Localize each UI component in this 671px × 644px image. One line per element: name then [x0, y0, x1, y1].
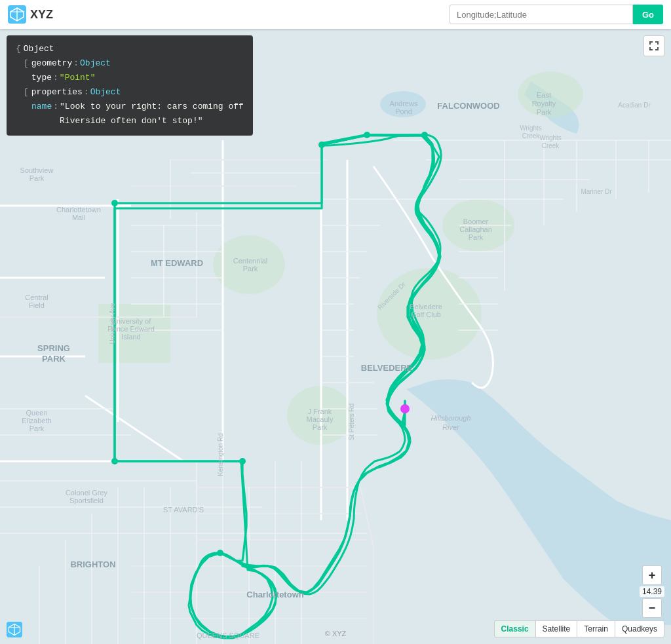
svg-point-89 [400, 404, 410, 413]
svg-text:River: River [442, 423, 460, 431]
svg-text:Creek: Creek [522, 132, 541, 140]
svg-text:Park: Park [29, 425, 45, 432]
fullscreen-button[interactable] [643, 35, 664, 56]
map-type-satellite[interactable]: Satellite [535, 620, 577, 637]
svg-text:Kensington Rd: Kensington Rd [217, 433, 224, 476]
svg-text:Royalty: Royalty [532, 100, 556, 107]
fullscreen-icon [649, 41, 659, 51]
svg-text:Centennial: Centennial [233, 257, 268, 265]
svg-text:Park: Park [537, 108, 552, 116]
zoom-in-button[interactable]: + [642, 565, 662, 585]
logo-cube-icon [8, 5, 26, 24]
svg-text:Charlottetown: Charlottetown [56, 206, 101, 214]
svg-text:Belvedere: Belvedere [410, 303, 442, 311]
svg-point-82 [364, 132, 370, 138]
svg-text:SPRING: SPRING [37, 343, 70, 353]
svg-text:Field: Field [29, 301, 45, 309]
svg-text:Central: Central [25, 294, 48, 301]
svg-text:Callaghan: Callaghan [459, 225, 492, 233]
svg-point-87 [239, 458, 246, 464]
map-type-quadkeys[interactable]: Quadkeys [615, 620, 664, 637]
svg-text:Island: Island [121, 333, 140, 341]
zoom-out-button[interactable]: − [642, 598, 662, 618]
svg-text:ST AVARD'S: ST AVARD'S [163, 506, 204, 514]
map-type-terrain[interactable]: Terrain [577, 620, 615, 637]
svg-text:Macauly: Macauly [307, 415, 334, 423]
svg-point-83 [421, 132, 428, 138]
svg-text:Colonel Grey: Colonel Grey [66, 489, 108, 497]
logo-bottom-left [7, 622, 22, 637]
go-button[interactable]: Go [633, 5, 663, 24]
info-panel: { Object [ geometry : Object type : "Poi… [7, 35, 253, 136]
svg-point-81 [318, 142, 325, 148]
svg-text:Mall: Mall [72, 214, 85, 221]
svg-text:Park: Park [29, 174, 45, 182]
map-container[interactable]: FALCONWOOD BELVEDERE MT EDWARD SPRING PA… [0, 29, 671, 644]
svg-text:Pond: Pond [395, 107, 412, 115]
svg-text:Boomer: Boomer [463, 218, 489, 225]
svg-text:Elizabeth: Elizabeth [22, 417, 51, 425]
svg-text:BELVEDERE: BELVEDERE [361, 363, 413, 373]
svg-text:Park: Park [469, 233, 484, 241]
svg-text:Golf Club: Golf Club [411, 311, 441, 318]
logo[interactable]: XYZ [8, 5, 53, 24]
svg-text:Queen: Queen [26, 409, 47, 417]
watermark: © XYZ [325, 630, 347, 637]
svg-text:Southview: Southview [20, 166, 54, 174]
svg-text:Sportsfield: Sportsfield [69, 497, 104, 504]
svg-point-88 [217, 550, 223, 556]
logo-text: XYZ [30, 8, 53, 22]
svg-point-84 [399, 421, 406, 428]
svg-text:University of: University of [111, 317, 151, 325]
zoom-controls: + 14.39 − [640, 565, 664, 618]
svg-text:Creek: Creek [542, 142, 560, 149]
svg-text:J Frank: J Frank [308, 407, 332, 415]
zoom-level: 14.39 [640, 586, 664, 597]
svg-text:QUEENS SQUARE: QUEENS SQUARE [197, 632, 259, 639]
svg-text:PARK: PARK [42, 354, 66, 364]
svg-text:Wrights: Wrights [539, 134, 562, 142]
svg-text:University Ave: University Ave [109, 303, 116, 345]
svg-text:BRIGHTON: BRIGHTON [70, 559, 115, 569]
map-type-classic[interactable]: Classic [494, 620, 535, 637]
svg-text:Hillsborough: Hillsborough [431, 414, 470, 422]
svg-text:Park: Park [313, 423, 328, 431]
svg-text:Mariner Dr: Mariner Dr [581, 188, 612, 195]
map-type-controls: Classic Satellite Terrain Quadkeys [494, 620, 664, 637]
header: XYZ Go [0, 0, 671, 29]
svg-text:Wrights: Wrights [520, 124, 542, 132]
svg-text:Charlottetown: Charlottetown [246, 590, 303, 599]
svg-text:East: East [537, 91, 551, 99]
svg-text:MT EDWARD: MT EDWARD [151, 258, 203, 268]
svg-text:Andrews: Andrews [390, 100, 418, 107]
svg-point-86 [111, 458, 118, 464]
svg-text:Acadian Dr: Acadian Dr [618, 102, 651, 109]
svg-text:FALCONWOOD: FALCONWOOD [437, 101, 499, 111]
svg-text:Park: Park [243, 265, 258, 273]
logo-bottom-icon [7, 622, 22, 637]
svg-point-85 [111, 200, 118, 206]
coordinate-input[interactable] [450, 5, 633, 24]
svg-text:St Peters Rd: St Peters Rd [348, 404, 355, 441]
